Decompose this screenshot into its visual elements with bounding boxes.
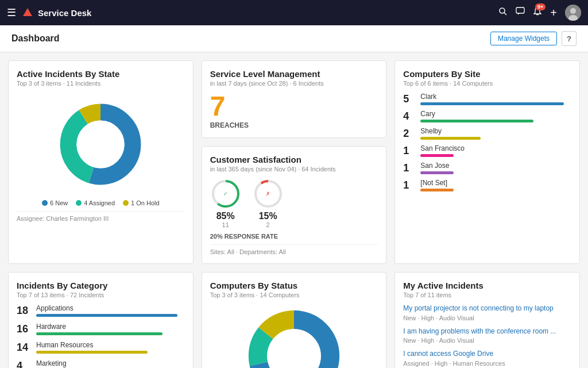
cat-info-apps: Applications <box>36 304 185 317</box>
csat-positive-count: 11 <box>210 221 241 228</box>
cat-info-mkt: Marketing <box>36 359 185 368</box>
cbs-subtitle: Top 6 of 6 items · 14 Computers <box>403 80 571 87</box>
ibc-subtitle: Top 7 of 13 items · 72 Incidents <box>17 292 185 298</box>
cat-info-hr: Human Resources <box>36 341 185 354</box>
navbar: ☰ Service Desk 9+ + <box>0 0 588 25</box>
site-info-cary: Cary <box>420 110 571 122</box>
cbstatus-title: Computers By Status <box>210 281 378 290</box>
site-row-cary: 4 Cary <box>403 110 571 122</box>
svg-point-12 <box>77 120 125 168</box>
mai-title: My Active Incidents <box>403 281 571 290</box>
svg-marker-0 <box>23 8 32 16</box>
site-row-sj: 1 San Jose <box>403 162 571 174</box>
active-incidents-donut <box>55 98 146 190</box>
csat-negative-count: 2 <box>253 221 284 228</box>
incidents-by-category-widget: Incidents By Category Top 7 of 13 items … <box>8 272 194 368</box>
incident-meta-0: New · High · Audio Visual <box>403 315 571 321</box>
computers-status-svg <box>242 304 346 368</box>
help-button[interactable]: ? <box>562 31 577 46</box>
legend-onhold: 1 On Hold <box>123 200 160 206</box>
site-row-sf: 1 San Francisco <box>403 144 571 157</box>
incident-title-1[interactable]: I am having problems with the conference… <box>403 327 571 336</box>
csat-title: Customer Satisfaction <box>210 155 378 164</box>
site-row-notset: 1 [Not Set] <box>403 179 571 191</box>
svg-point-1 <box>500 8 505 13</box>
site-row-shelby: 2 Shelby <box>403 127 571 140</box>
header-actions: Manage Widgets ? <box>490 31 577 46</box>
cat-bar-hr <box>36 351 148 354</box>
csat-negative: ✗ 15% 2 <box>253 178 284 228</box>
search-icon[interactable] <box>498 7 508 18</box>
customer-satisfaction-widget: Customer Satisfaction in last 365 days (… <box>202 146 387 264</box>
active-incidents-donut-container: 6 New 4 Assigned 1 On Hold <box>17 93 185 206</box>
site-name-clark: Clark <box>420 93 571 101</box>
navbar-left: ☰ Service Desk <box>7 6 91 19</box>
page-title: Dashboard <box>11 33 60 44</box>
cat-row-apps: 18 Applications <box>17 304 185 317</box>
add-icon[interactable]: + <box>550 6 557 20</box>
site-info-notset: [Not Set] <box>420 179 571 191</box>
svg-point-7 <box>570 8 576 14</box>
cat-row-hw: 16 Hardware <box>17 323 185 335</box>
site-info-clark: Clark <box>420 93 571 105</box>
site-info-shelby: Shelby <box>420 127 571 140</box>
notification-bell[interactable]: 9+ <box>533 7 542 18</box>
csat-positive: ✓ 85% 11 <box>210 178 241 228</box>
my-active-incidents-widget: My Active Incidents Top 7 of 11 items My… <box>394 272 580 368</box>
cat-name-hw: Hardware <box>36 323 185 331</box>
legend-label-onhold: 1 On Hold <box>131 200 160 206</box>
brand-name: Service Desk <box>38 8 91 18</box>
site-info-sj: San Jose <box>420 162 571 174</box>
site-bar-shelby <box>420 137 481 140</box>
active-incidents-subtitle: Top 3 of 3 items · 11 Incidents <box>17 80 185 87</box>
incident-meta-2: Assigned · High · Human Resources <box>403 360 571 367</box>
legend-dot-assigned <box>76 200 82 206</box>
site-count-sf: 1 <box>403 145 416 157</box>
site-bar-clark <box>420 102 564 105</box>
site-count-cary: 4 <box>403 110 416 122</box>
page-header: Dashboard Manage Widgets ? <box>0 25 588 52</box>
cat-bar-apps <box>36 314 177 317</box>
site-name-notset: [Not Set] <box>420 179 571 187</box>
middle-column: Service Level Management in last 7 days … <box>202 60 387 264</box>
site-bar-cary <box>420 120 533 122</box>
site-count-notset: 1 <box>403 179 416 191</box>
site-name-shelby: Shelby <box>420 127 571 135</box>
legend-new: 6 New <box>42 200 68 206</box>
logo-icon <box>22 7 33 18</box>
svg-line-2 <box>504 13 506 15</box>
svg-rect-3 <box>516 7 524 13</box>
brand-logo: Service Desk <box>22 7 91 18</box>
csat-subtitle: in last 365 days (since Nov 04) · 64 Inc… <box>210 166 378 172</box>
active-incidents-legend: 6 New 4 Assigned 1 On Hold <box>42 200 160 206</box>
slm-label: BREACHES <box>210 121 378 129</box>
incident-title-0[interactable]: My portal projector is not connecting to… <box>403 304 571 313</box>
dashboard: Active Incidents By State Top 3 of 3 ite… <box>0 52 588 368</box>
site-count-shelby: 2 <box>403 128 416 140</box>
active-incidents-title: Active Incidents By State <box>17 69 185 79</box>
csat-row: ✓ 85% 11 ✗ 15% 2 <box>210 178 378 228</box>
chat-icon[interactable] <box>516 7 525 18</box>
site-count-clark: 5 <box>403 93 416 105</box>
legend-label-new: 6 New <box>50 200 68 206</box>
slm-title: Service Level Management <box>210 69 378 79</box>
incident-meta-1: New · High · Audio Visual <box>403 337 571 344</box>
menu-icon[interactable]: ☰ <box>7 6 16 19</box>
cat-count-hr: 14 <box>17 342 32 354</box>
user-avatar[interactable] <box>565 5 581 21</box>
cat-name-mkt: Marketing <box>36 359 185 367</box>
site-name-cary: Cary <box>420 110 571 118</box>
active-incidents-footer: Assignee: Charles Farmington III <box>17 211 185 222</box>
site-info-sf: San Francisco <box>420 144 571 157</box>
cat-count-apps: 18 <box>17 305 32 317</box>
incident-title-2[interactable]: I cannot access Google Drive <box>403 350 571 359</box>
legend-assigned: 4 Assigned <box>76 200 115 206</box>
cat-row-mkt: 4 Marketing <box>17 359 185 368</box>
active-incidents-widget: Active Incidents By State Top 3 of 3 ite… <box>8 60 194 264</box>
active-incidents-svg <box>55 98 146 190</box>
computers-by-site-widget: Computers By Site Top 6 of 6 items · 14 … <box>394 60 580 264</box>
site-row-clark: 5 Clark <box>403 93 571 105</box>
ibc-title: Incidents By Category <box>17 281 185 290</box>
manage-widgets-button[interactable]: Manage Widgets <box>490 32 557 45</box>
legend-dot-onhold <box>123 200 129 206</box>
